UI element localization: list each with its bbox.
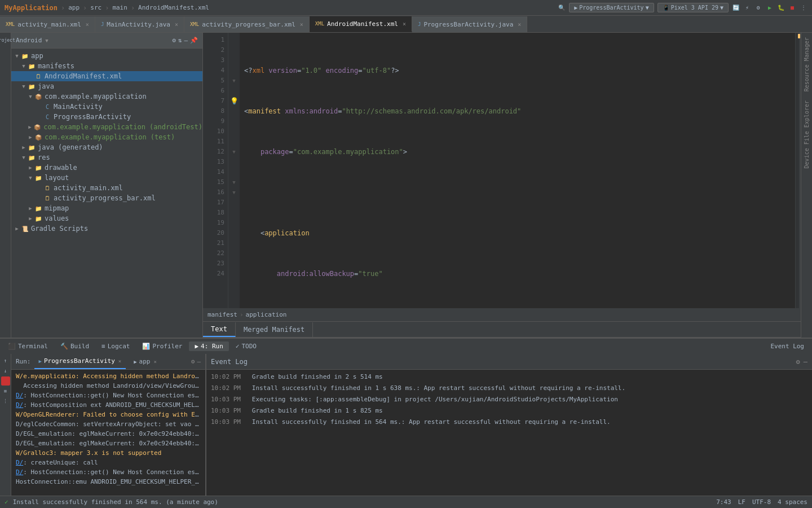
tab-text[interactable]: Text: [203, 322, 236, 337]
more-icon[interactable]: ⋮: [800, 4, 807, 12]
debug-icon[interactable]: 🐛: [777, 4, 785, 12]
more2-icon[interactable]: ⋮: [1, 397, 10, 406]
event-log-panel: Event Log ⚙ — 10:02 PM Gradle build fini…: [206, 354, 812, 496]
up-icon[interactable]: ↑: [1, 356, 10, 365]
tab-close-progressbar[interactable]: ×: [518, 21, 521, 28]
todo-tab[interactable]: ✓ TODO: [230, 341, 262, 351]
terminal-tab[interactable]: ⬛ Terminal: [2, 341, 54, 351]
tree-item-java-generated[interactable]: ▶ 📁 java (generated): [11, 142, 202, 152]
tree-item-mainactivity[interactable]: C MainActivity: [11, 102, 202, 112]
tree-item-java[interactable]: ▼ 📁 java: [11, 81, 202, 91]
warning-icon-7: 💡: [228, 96, 240, 106]
device-button[interactable]: 📱 Pixel 3 API 29 ▼: [657, 3, 729, 12]
gradle-sync-icon[interactable]: ⚡: [743, 4, 751, 12]
tree-item-activity-progress-xml[interactable]: 🗒 activity_progress_bar.xml: [11, 193, 202, 203]
run-tab-close-progressbar[interactable]: ×: [118, 358, 121, 364]
stop-run-icon[interactable]: [1, 376, 10, 386]
run-tab-app[interactable]: ▶ app ×: [129, 354, 161, 369]
fold-icon-5[interactable]: ▼: [228, 76, 240, 86]
run-log-line-8: W/Gralloc3: mapper 3.x is not supported: [16, 449, 201, 458]
settings2-icon[interactable]: ⚙: [191, 358, 195, 365]
expand-arrow: ▼: [20, 63, 27, 69]
profiler-tab[interactable]: 📊 Profiler: [136, 341, 188, 351]
tab-activity-main-xml[interactable]: XML activity_main.xml ×: [0, 16, 95, 32]
fold-icon-16[interactable]: ▼: [228, 187, 240, 198]
settings-icon[interactable]: ⚙: [754, 4, 762, 12]
warning-marker: [798, 34, 800, 38]
tree-item-layout[interactable]: ▼ 📁 layout: [11, 173, 202, 183]
tree-item-mipmap[interactable]: ▶ 📁 mipmap: [11, 203, 202, 213]
minimize-icon[interactable]: —: [197, 358, 201, 365]
run-green-icon[interactable]: ▶: [766, 4, 774, 12]
tab-activity-progress-xml[interactable]: XML activity_progress_bar.xml ×: [184, 16, 310, 32]
editor-scrollbar[interactable]: [795, 33, 801, 308]
breadcrumb-manifest[interactable]: manifest: [208, 311, 237, 318]
stop-icon[interactable]: ■: [788, 4, 796, 12]
status-indent[interactable]: 4 spaces: [778, 498, 807, 506]
tree-item-androidtest[interactable]: ▶ 📦 com.example.myapplication (androidTe…: [11, 122, 202, 132]
pin-icon[interactable]: 📌: [190, 37, 198, 44]
gear-icon[interactable]: ⚙: [172, 37, 176, 44]
tree-item-drawable[interactable]: ▶ 📁 drawable: [11, 163, 202, 173]
tree-item-activity-main-xml[interactable]: 🗒 activity_main.xml: [11, 183, 202, 193]
collapse-icon[interactable]: —: [184, 37, 188, 44]
fold-icon-12[interactable]: ▼: [228, 147, 240, 157]
tab-close-mainactivity[interactable]: ×: [175, 21, 178, 28]
expand-arrow: ▼: [27, 175, 34, 181]
tab-close-activity-main[interactable]: ×: [86, 21, 89, 28]
bottom-panel-inner: ↑ ↓ ≡ ⋮ Run: ▶ ProgressBarActivity × ▶ a…: [0, 354, 812, 496]
down-icon[interactable]: ↓: [1, 366, 10, 375]
run-tab-progressbar[interactable]: ▶ ProgressBarActivity ×: [34, 354, 126, 369]
bottom-side-icons: ↑ ↓ ≡ ⋮: [0, 354, 11, 496]
tree-item-app[interactable]: ▼ 📁 app: [11, 51, 202, 61]
project-icon[interactable]: Project: [1, 35, 11, 45]
device-file-label[interactable]: Device File Explorer: [802, 96, 811, 173]
filter-icon[interactable]: ≡: [1, 387, 10, 396]
build-icon: 🔨: [60, 343, 68, 350]
sort-icon[interactable]: ⇅: [178, 37, 182, 44]
tab-progressbaractivity-java[interactable]: J ProgressBarActivity.java ×: [412, 16, 527, 32]
run-tab-close-app[interactable]: ×: [153, 359, 156, 365]
expand-arrow: ▼: [20, 155, 27, 160]
fold-icon-15[interactable]: ▼: [228, 177, 240, 187]
run-panel-header: Run: ▶ ProgressBarActivity × ▶ app × ⚙ —: [11, 354, 205, 370]
expand-arrow: ▶: [27, 165, 34, 170]
event-settings-icon[interactable]: ⚙: [796, 358, 800, 366]
event-minimize-icon[interactable]: —: [804, 358, 807, 366]
side-icons-panel: Project: [0, 33, 11, 338]
tree-item-androidmanifest[interactable]: 🗒 AndroidManifest.xml: [11, 71, 202, 81]
tree-item-manifests[interactable]: ▼ 📁 manifests: [11, 61, 202, 71]
expand-arrow: ▼: [20, 84, 27, 89]
tab-androidmanifest-xml[interactable]: XML AndroidManifest.xml ×: [310, 16, 412, 32]
tree-item-gradle[interactable]: ▶ 📜 Gradle Scripts: [11, 224, 202, 234]
breadcrumb-bar: manifest › application: [203, 308, 801, 322]
expand-arrow: ▼: [27, 94, 34, 99]
status-lf[interactable]: LF: [738, 498, 745, 506]
code-content[interactable]: <?xml version="1.0" encoding="utf-8"?> <…: [240, 33, 795, 308]
status-charset[interactable]: UTF-8: [752, 498, 771, 506]
search-toolbar-icon[interactable]: 🔍: [558, 4, 566, 12]
tab-merged-manifest[interactable]: Merged Manifest: [236, 322, 313, 337]
sync-icon[interactable]: 🔄: [732, 4, 740, 12]
tab-close-manifest[interactable]: ×: [403, 21, 406, 27]
tree-item-values[interactable]: ▶ 📁 values: [11, 213, 202, 224]
terminal-icon: ⬛: [8, 343, 16, 350]
event-log-tab[interactable]: Event Log: [765, 341, 810, 351]
run-tab-toolbar[interactable]: ▶ 4: Run: [189, 341, 228, 351]
build-tab[interactable]: 🔨 Build: [55, 341, 95, 351]
resource-manager-label[interactable]: Resource Manager: [802, 33, 811, 96]
layout-icon: 📁: [34, 173, 43, 182]
tab-mainactivity-java[interactable]: J MainActivity.java ×: [95, 16, 184, 32]
tree-item-progressbaractivity[interactable]: C ProgressBarActivity: [11, 112, 202, 122]
tree-item-test[interactable]: ▶ 📦 com.example.myapplication (test): [11, 132, 202, 142]
breadcrumb-application[interactable]: application: [246, 311, 287, 318]
run-config-button[interactable]: ▶ ProgressBarActivity ▼: [569, 3, 654, 12]
dropdown-arrow[interactable]: ▼: [45, 38, 48, 43]
tree-item-package[interactable]: ▼ 📦 com.example.myapplication: [11, 91, 202, 102]
tab-close-activity-progress[interactable]: ×: [300, 21, 303, 28]
run-log-line-4: W/OpenGLRenderer: Failed to choose confi…: [16, 410, 201, 419]
run-log-line-10: D/: HostConnection::get() New Host Conne…: [16, 468, 201, 477]
logcat-tab[interactable]: ≡ Logcat: [96, 341, 135, 351]
code-editor[interactable]: 1 2 3 4 5 6 7 8 9 10 11 12 13 14 15 16 1…: [203, 33, 801, 308]
tree-item-res[interactable]: ▼ 📁 res: [11, 152, 202, 163]
